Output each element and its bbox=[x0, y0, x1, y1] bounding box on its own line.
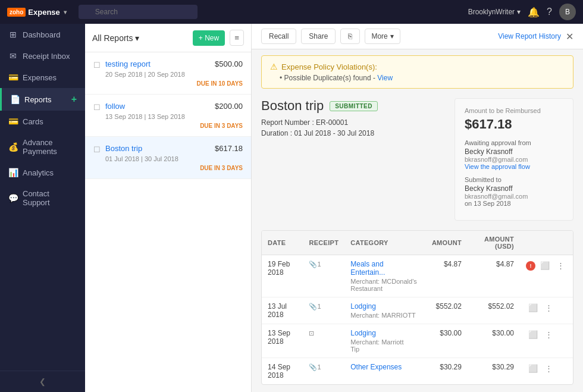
sidebar-item-label: Receipt Inbox bbox=[23, 52, 70, 61]
report-detail-header: Boston trip SUBMITTED Report Number : ER… bbox=[261, 98, 573, 221]
close-button[interactable]: ✕ bbox=[566, 31, 573, 42]
sidebar-item-expenses[interactable]: 💳 Expenses bbox=[0, 67, 85, 88]
category-name[interactable]: Lodging bbox=[350, 329, 420, 337]
report-amount: $500.00 bbox=[215, 59, 243, 68]
user-name[interactable]: BrooklynWriter ▾ bbox=[468, 8, 521, 16]
avatar[interactable]: B bbox=[559, 4, 576, 20]
list-view-button[interactable]: ≡ bbox=[230, 30, 244, 46]
row-actions-cell: ⬜ ⋮ bbox=[520, 324, 573, 358]
category-name[interactable]: Other Expenses bbox=[350, 363, 420, 371]
more-chevron-icon: ▾ bbox=[390, 32, 394, 40]
report-content: testing report $500.00 20 Sep 2018 | 20 … bbox=[93, 59, 243, 87]
expense-category: Lodging Merchant: MARRIOTT bbox=[344, 297, 426, 324]
receipt-icon[interactable]: ⊡ bbox=[309, 330, 314, 337]
more-row-button[interactable]: ⋮ bbox=[543, 363, 555, 374]
receipt-inbox-icon: ✉ bbox=[8, 51, 18, 61]
row-actions: ⬜ ⋮ bbox=[526, 302, 567, 313]
view-history-link[interactable]: View Report History bbox=[498, 32, 561, 40]
edit-row-button[interactable]: ⬜ bbox=[538, 260, 552, 271]
app-logo[interactable]: zoho Expense ▾ bbox=[7, 8, 67, 17]
user-chevron-icon: ▾ bbox=[517, 8, 521, 16]
add-report-icon[interactable]: + bbox=[71, 94, 77, 105]
topnav-right: BrooklynWriter ▾ 🔔 ? B bbox=[468, 4, 576, 20]
sidebar-item-label: Dashboard bbox=[23, 30, 61, 39]
sidebar-item-label: Advance Payments bbox=[23, 138, 77, 156]
report-item-header: testing report $500.00 bbox=[105, 59, 243, 68]
more-row-button[interactable]: ⋮ bbox=[543, 302, 555, 313]
logo-box: zoho bbox=[7, 8, 26, 17]
more-button[interactable]: More ▾ bbox=[365, 29, 400, 44]
report-name[interactable]: follow bbox=[105, 102, 125, 111]
search-input[interactable] bbox=[79, 5, 198, 19]
reports-dropdown-icon[interactable]: ▾ bbox=[135, 33, 139, 43]
sidebar-item-contact-support[interactable]: 💬 Contact Support bbox=[0, 183, 85, 213]
sidebar-item-reports[interactable]: 📄 Reports + bbox=[0, 88, 85, 111]
sidebar-item-receipt-inbox[interactable]: ✉ Receipt Inbox bbox=[0, 45, 85, 67]
report-item-header: Boston trip $617.18 bbox=[105, 144, 243, 153]
new-report-button[interactable]: + New bbox=[193, 30, 225, 46]
table-row: 19 Feb 2018 📎1 Meals and Entertain... Me… bbox=[262, 255, 573, 297]
sidebar-item-label: Analytics bbox=[23, 168, 54, 177]
report-item-header: follow $200.00 bbox=[105, 102, 243, 111]
attachment-icon[interactable]: 📎1 bbox=[309, 363, 321, 371]
report-file-icon: ☐ bbox=[93, 61, 101, 70]
report-amount: $200.00 bbox=[215, 102, 243, 111]
submitted-name: Becky Krasnoff bbox=[465, 184, 563, 193]
sidebar-item-analytics[interactable]: 📊 Analytics bbox=[0, 162, 85, 183]
more-row-button[interactable]: ⋮ bbox=[554, 260, 567, 271]
attachment-icon[interactable]: 📎1 bbox=[309, 303, 321, 310]
col-header-receipt: RECEIPT bbox=[303, 231, 344, 255]
search-wrapper: 🔍 bbox=[79, 5, 198, 19]
status-badge: SUBMITTED bbox=[330, 101, 378, 111]
advance-payments-icon: 💰 bbox=[8, 142, 18, 152]
alert-title: ⚠ Expense Policy Violation(s): bbox=[270, 62, 565, 71]
attachment-icon[interactable]: 📎1 bbox=[309, 261, 321, 268]
sidebar-item-cards[interactable]: 💳 Cards bbox=[0, 111, 85, 132]
report-item[interactable]: ☐ follow $200.00 13 Sep 2018 | 13 Sep 20… bbox=[85, 95, 251, 137]
report-item[interactable]: ☐ testing report $500.00 20 Sep 2018 | 2… bbox=[85, 52, 251, 95]
help-icon[interactable]: ? bbox=[547, 7, 552, 17]
expense-amount: $30.29 bbox=[426, 358, 468, 385]
copy-icon: ⎘ bbox=[348, 32, 352, 40]
expense-receipt: ⊡ bbox=[303, 324, 344, 358]
report-name[interactable]: Boston trip bbox=[105, 144, 142, 153]
expense-amount-usd: $4.87 bbox=[468, 255, 520, 297]
report-name[interactable]: testing report bbox=[105, 59, 151, 68]
edit-row-button[interactable]: ⬜ bbox=[526, 363, 540, 374]
duplicate-view-link[interactable]: View bbox=[377, 74, 393, 82]
submitted-email: bkrasnoff@gmail.com bbox=[465, 193, 563, 200]
sidebar-item-label: Expenses bbox=[23, 73, 57, 82]
reports-panel: All Reports ▾ + New ≡ ☐ testing report $… bbox=[85, 24, 252, 392]
sidebar-item-advance-payments[interactable]: 💰 Advance Payments bbox=[0, 132, 85, 162]
sidebar-item-dashboard[interactable]: ⊞ Dashboard bbox=[0, 24, 85, 45]
edit-row-button[interactable]: ⬜ bbox=[526, 329, 540, 340]
share-button[interactable]: Share bbox=[301, 29, 336, 44]
report-item-active[interactable]: ☐ Boston trip $617.18 01 Jul 2018 | 30 J… bbox=[85, 137, 251, 179]
more-row-button[interactable]: ⋮ bbox=[543, 329, 555, 340]
expense-receipt: 📎1 bbox=[303, 358, 344, 385]
merchant-name: Merchant: MarriottTip bbox=[350, 338, 420, 353]
report-number-meta: Report Number : ER-00001 bbox=[261, 118, 443, 127]
copy-button[interactable]: ⎘ bbox=[340, 29, 360, 44]
col-header-actions bbox=[520, 231, 573, 255]
expense-table: DATE RECEIPT CATEGORY AMOUNT AMOUNT (USD… bbox=[261, 230, 573, 385]
row-actions-cell: ⬜ ⋮ bbox=[520, 297, 573, 324]
merchant-name: Merchant: MCDonald's Restaurant bbox=[350, 278, 420, 292]
expense-category: Lodging Merchant: MarriottTip bbox=[344, 324, 426, 358]
report-content: Boston trip $617.18 01 Jul 2018 | 30 Jul… bbox=[93, 144, 243, 171]
report-amount: $617.18 bbox=[215, 144, 243, 153]
category-name[interactable]: Lodging bbox=[350, 302, 420, 311]
report-detail-title: Boston trip SUBMITTED bbox=[261, 98, 443, 114]
logo-chevron-icon: ▾ bbox=[64, 9, 67, 15]
awaiting-label: Awaiting approval from bbox=[465, 139, 563, 146]
row-actions-cell: ⬜ ⋮ bbox=[520, 358, 573, 385]
expense-receipt: 📎1 bbox=[303, 255, 344, 297]
sidebar-collapse-button[interactable]: ❮ bbox=[0, 371, 85, 392]
edit-row-button[interactable]: ⬜ bbox=[526, 302, 540, 313]
category-name[interactable]: Meals and Entertain... bbox=[350, 260, 420, 277]
approval-flow-link[interactable]: View the approval flow bbox=[465, 163, 563, 170]
expense-date: 14 Sep 2018 bbox=[262, 358, 303, 385]
recall-button[interactable]: Recall bbox=[261, 29, 296, 44]
expense-receipt: 📎1 bbox=[303, 297, 344, 324]
notification-bell-icon[interactable]: 🔔 bbox=[528, 7, 540, 18]
